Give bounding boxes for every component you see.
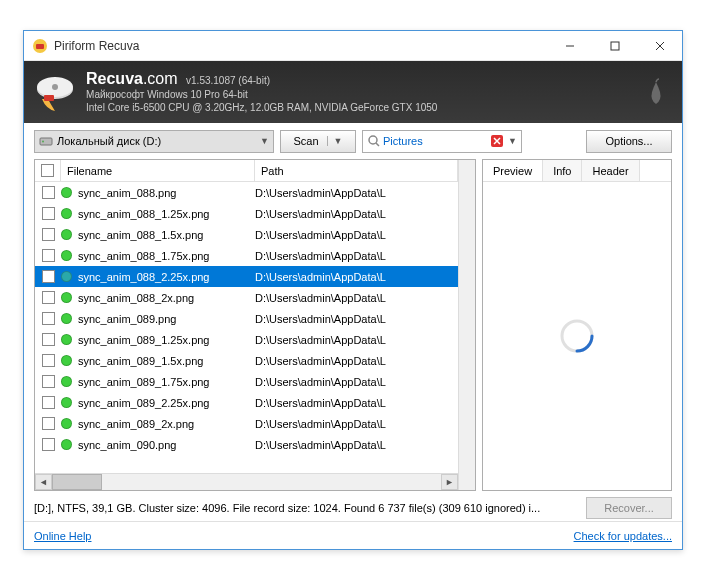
scroll-right-icon[interactable]: ► [441,474,458,490]
path-cell: D:\Users\admin\AppData\L [255,208,458,220]
horizontal-scrollbar[interactable]: ◄ ► [35,473,458,490]
path-cell: D:\Users\admin\AppData\L [255,250,458,262]
online-help-link[interactable]: Online Help [34,530,91,542]
filename-text: sync_anim_090.png [78,439,176,451]
row-checkbox[interactable] [35,228,61,241]
status-dot-icon [61,313,72,324]
app-icon [32,38,48,54]
drive-icon [39,134,53,148]
filename-cell: sync_anim_089_2.25x.png [61,397,255,409]
status-dot-icon [61,397,72,408]
status-dot-icon [61,376,72,387]
path-cell: D:\Users\admin\AppData\L [255,187,458,199]
select-all-checkbox[interactable] [35,160,61,181]
filename-cell: sync_anim_089_2x.png [61,418,255,430]
hardware-info: Intel Core i5-6500 CPU @ 3.20GHz, 12.0GB… [86,101,640,114]
file-row[interactable]: sync_anim_089_1.75x.pngD:\Users\admin\Ap… [35,371,458,392]
brand-name: Recuva [86,70,143,87]
file-row[interactable]: sync_anim_089_1.25x.pngD:\Users\admin\Ap… [35,329,458,350]
preview-body [483,182,671,490]
filename-text: sync_anim_089_1.25x.png [78,334,209,346]
row-checkbox[interactable] [35,333,61,346]
file-row[interactable]: sync_anim_089_1.5x.pngD:\Users\admin\App… [35,350,458,371]
row-checkbox[interactable] [35,354,61,367]
filename-text: sync_anim_089.png [78,313,176,325]
check-updates-link[interactable]: Check for updates... [574,530,672,542]
close-button[interactable] [637,31,682,60]
os-info: Майкрософт Windows 10 Pro 64-bit [86,88,640,101]
tab-header[interactable]: Header [582,160,639,181]
path-cell: D:\Users\admin\AppData\L [255,418,458,430]
header-banner: Recuva.com v1.53.1087 (64-bit) Майкрософ… [24,61,682,123]
filename-cell: sync_anim_089_1.75x.png [61,376,255,388]
path-cell: D:\Users\admin\AppData\L [255,439,458,451]
file-list-panel: Filename Path sync_anim_088.pngD:\Users\… [34,159,476,491]
row-checkbox[interactable] [35,270,61,283]
file-row[interactable]: sync_anim_089_2x.pngD:\Users\admin\AppDa… [35,413,458,434]
chevron-down-icon: ▼ [508,136,517,146]
scan-button[interactable]: Scan ▼ [280,130,356,153]
brand-domain: .com [143,70,178,87]
filename-text: sync_anim_089_1.75x.png [78,376,209,388]
file-list[interactable]: sync_anim_088.pngD:\Users\admin\AppData\… [35,182,458,473]
svg-rect-3 [611,42,619,50]
filename-cell: sync_anim_088_1.5x.png [61,229,255,241]
maximize-button[interactable] [592,31,637,60]
filename-cell: sync_anim_089_1.25x.png [61,334,255,346]
file-row[interactable]: sync_anim_088.pngD:\Users\admin\AppData\… [35,182,458,203]
svg-point-12 [369,136,377,144]
path-cell: D:\Users\admin\AppData\L [255,397,458,409]
filename-text: sync_anim_088_1.75x.png [78,250,209,262]
filename-cell: sync_anim_088_1.75x.png [61,250,255,262]
tab-preview[interactable]: Preview [483,160,543,181]
filename-text: sync_anim_088.png [78,187,176,199]
row-checkbox[interactable] [35,396,61,409]
row-checkbox[interactable] [35,438,61,451]
options-button[interactable]: Options... [586,130,672,153]
loading-spinner-icon [557,316,597,356]
piriform-pear-icon [640,76,672,108]
file-row[interactable]: sync_anim_088_2.25x.pngD:\Users\admin\Ap… [35,266,458,287]
minimize-button[interactable] [547,31,592,60]
status-bar: [D:], NTFS, 39,1 GB. Cluster size: 4096.… [24,495,682,521]
file-row[interactable]: sync_anim_089_2.25x.pngD:\Users\admin\Ap… [35,392,458,413]
clear-filter-icon[interactable] [490,134,504,148]
file-row[interactable]: sync_anim_088_2x.pngD:\Users\admin\AppDa… [35,287,458,308]
row-checkbox[interactable] [35,417,61,430]
column-filename[interactable]: Filename [61,160,255,181]
filter-input[interactable]: Pictures ▼ [362,130,522,153]
row-checkbox[interactable] [35,312,61,325]
filename-text: sync_anim_088_1.5x.png [78,229,203,241]
filename-cell: sync_anim_088_2x.png [61,292,255,304]
toolbar: Локальный диск (D:) ▼ Scan ▼ Pictures ▼ … [24,123,682,159]
svg-rect-10 [40,138,52,145]
file-row[interactable]: sync_anim_088_1.25x.pngD:\Users\admin\Ap… [35,203,458,224]
preview-tabs: Preview Info Header [483,160,671,182]
drive-select[interactable]: Локальный диск (D:) ▼ [34,130,274,153]
row-checkbox[interactable] [35,186,61,199]
status-dot-icon [61,418,72,429]
file-row[interactable]: sync_anim_088_1.75x.pngD:\Users\admin\Ap… [35,245,458,266]
status-dot-icon [61,334,72,345]
file-row[interactable]: sync_anim_089.pngD:\Users\admin\AppData\… [35,308,458,329]
recover-button[interactable]: Recover... [586,497,672,519]
tab-info[interactable]: Info [543,160,582,181]
status-dot-icon [61,439,72,450]
filename-cell: sync_anim_090.png [61,439,255,451]
status-dot-icon [61,208,72,219]
path-cell: D:\Users\admin\AppData\L [255,229,458,241]
filename-text: sync_anim_088_2.25x.png [78,271,209,283]
row-checkbox[interactable] [35,291,61,304]
row-checkbox[interactable] [35,207,61,220]
column-headers: Filename Path [35,160,458,182]
scroll-left-icon[interactable]: ◄ [35,474,52,490]
file-row[interactable]: sync_anim_088_1.5x.pngD:\Users\admin\App… [35,224,458,245]
vertical-scrollbar[interactable] [458,160,475,490]
filename-cell: sync_anim_088_2.25x.png [61,271,255,283]
scroll-thumb[interactable] [52,474,102,490]
column-path[interactable]: Path [255,160,458,181]
row-checkbox[interactable] [35,375,61,388]
row-checkbox[interactable] [35,249,61,262]
file-row[interactable]: sync_anim_090.pngD:\Users\admin\AppData\… [35,434,458,455]
path-cell: D:\Users\admin\AppData\L [255,292,458,304]
